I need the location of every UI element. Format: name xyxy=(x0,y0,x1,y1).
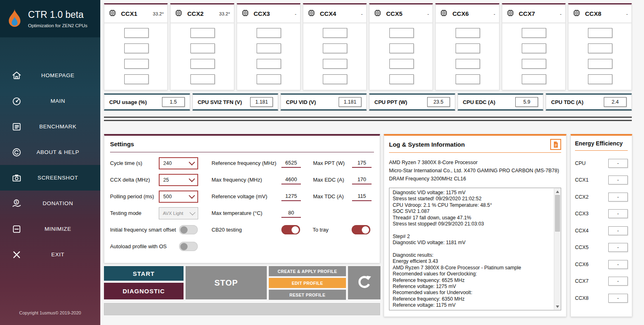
diagnostic-button[interactable]: DIAGNOSTIC xyxy=(104,283,184,299)
core-value-box[interactable] xyxy=(124,59,149,69)
ccx-header: CCX1 33.2° xyxy=(104,4,167,23)
create-apply-profile-button[interactable]: CREATE & APPLY PROFILE xyxy=(269,266,346,276)
ccx-header: CCX4 - xyxy=(303,4,366,23)
gauge-icon xyxy=(11,96,22,106)
start-button[interactable]: START xyxy=(104,266,184,281)
energy-row: CCX4 - xyxy=(575,222,628,239)
ccx-core-row xyxy=(373,25,429,40)
to-tray-toggle[interactable] xyxy=(352,225,370,234)
core-value-box[interactable] xyxy=(124,28,149,38)
core-value-box[interactable] xyxy=(257,43,281,53)
max-frequency-input[interactable] xyxy=(281,176,301,184)
sidebar-item-exit[interactable]: EXIT xyxy=(0,242,100,267)
stat-value-box: 5.9 xyxy=(515,97,538,107)
core-value-box[interactable] xyxy=(456,43,480,53)
core-value-box[interactable] xyxy=(522,43,546,53)
stop-button[interactable]: STOP xyxy=(186,266,267,299)
reference-frequency-input[interactable] xyxy=(281,159,301,168)
stat-panel: CPU SVI2 TFN (V) 1.181 xyxy=(192,93,279,110)
stat-label: CPU VID (V) xyxy=(286,99,316,105)
energy-row: CCX1 - xyxy=(575,172,628,189)
core-value-box[interactable] xyxy=(389,74,414,84)
cycle-time-dropdown[interactable]: 240 xyxy=(159,157,198,169)
core-value-box[interactable] xyxy=(389,28,414,38)
ccx-name: CCX7 xyxy=(519,10,535,17)
export-log-button[interactable] xyxy=(550,139,561,150)
ccx-core-row xyxy=(439,25,495,40)
max-tdc-input[interactable] xyxy=(352,192,372,201)
ccx-core-row xyxy=(108,25,164,40)
ccx-header: CCX3 - xyxy=(237,4,300,23)
edit-profile-button[interactable]: EDIT PROFILE xyxy=(269,278,346,288)
cb20-testing-toggle[interactable] xyxy=(281,225,300,234)
core-value-box[interactable] xyxy=(190,74,215,84)
sidebar-item-homepage[interactable]: HOMEPAGE xyxy=(0,63,100,88)
ccx-delta-label: CCX delta (MHz) xyxy=(110,177,159,183)
core-value-box[interactable] xyxy=(323,28,347,38)
log-line xyxy=(393,246,552,252)
core-value-box[interactable] xyxy=(588,74,612,84)
log-scrollbar[interactable] xyxy=(554,188,560,310)
testing-mode-dropdown[interactable]: AVX Light xyxy=(159,207,198,219)
polling-period-dropdown[interactable]: 500 xyxy=(159,191,198,203)
smart-offset-toggle[interactable] xyxy=(179,225,198,234)
core-value-box[interactable] xyxy=(257,28,281,38)
max-edc-input[interactable] xyxy=(352,176,372,184)
log-lines: Diagnostic VID voltage: 1175 mVStress te… xyxy=(393,190,552,309)
core-value-box[interactable] xyxy=(588,59,612,69)
core-value-box[interactable] xyxy=(323,59,347,69)
core-value-box[interactable] xyxy=(190,59,215,69)
core-value-box[interactable] xyxy=(588,43,612,53)
core-value-box[interactable] xyxy=(323,74,347,84)
ccx-panel: CCX4 - xyxy=(303,3,367,90)
core-value-box[interactable] xyxy=(456,28,480,38)
sidebar-item-about[interactable]: ABOUT & HELP xyxy=(0,139,100,165)
log-output[interactable]: Diagnostic VID voltage: 1175 mVStress te… xyxy=(389,188,561,310)
ccx-core-row xyxy=(572,25,628,40)
core-value-box[interactable] xyxy=(522,59,546,69)
reference-voltage-input[interactable] xyxy=(281,192,301,201)
core-value-box[interactable] xyxy=(456,59,480,69)
core-value-box[interactable] xyxy=(323,43,347,53)
energy-row-label: CCX7 xyxy=(575,278,588,284)
core-value-box[interactable] xyxy=(124,74,149,84)
app-subtitle: Optimization for ZEN2 CPUs xyxy=(28,23,87,28)
stat-value-box: 1.5 xyxy=(162,97,185,107)
ccx-delta-dropdown[interactable]: 25 xyxy=(159,174,198,186)
core-value-box[interactable] xyxy=(389,59,414,69)
scroll-down-arrow[interactable] xyxy=(554,303,560,310)
scroll-up-arrow[interactable] xyxy=(554,188,560,195)
ccx-panels: CCX1 33.2° xyxy=(104,3,632,90)
ccx-panel: CCX6 - xyxy=(435,3,499,90)
log-line xyxy=(393,227,552,233)
core-value-box[interactable] xyxy=(588,28,612,38)
core-value-box[interactable] xyxy=(257,59,281,69)
core-value-box[interactable] xyxy=(124,43,149,53)
reset-profile-button[interactable]: RESET PROFILE xyxy=(269,290,346,300)
ccx-temperature: - xyxy=(560,11,562,16)
ccx-name: CCX6 xyxy=(452,10,469,17)
core-value-box[interactable] xyxy=(522,28,546,38)
refresh-button[interactable] xyxy=(348,266,380,299)
sidebar-item-screenshot[interactable]: SCREENSHOT xyxy=(0,165,100,191)
core-value-box[interactable] xyxy=(257,74,281,84)
to-tray-label: To tray xyxy=(313,227,352,233)
sidebar-item-donation[interactable]: $ DONATION xyxy=(0,191,100,216)
core-value-box[interactable] xyxy=(456,74,480,84)
ccx-core-row xyxy=(572,56,628,72)
sidebar-item-minimize[interactable]: MINIMIZE xyxy=(0,216,100,242)
core-value-box[interactable] xyxy=(389,43,414,53)
scroll-thumb[interactable] xyxy=(555,195,560,232)
camera-icon xyxy=(11,173,22,183)
core-value-box[interactable] xyxy=(190,43,215,53)
reference-voltage-label: Reference voltage (mV) xyxy=(212,193,281,199)
sidebar-item-main[interactable]: MAIN xyxy=(0,88,100,114)
core-value-box[interactable] xyxy=(522,74,546,84)
log-line: Reference frequency: 6350 MHz xyxy=(393,296,552,302)
autoload-toggle[interactable] xyxy=(179,242,198,251)
sidebar-item-benchmark[interactable]: BENCHMARK xyxy=(0,114,100,139)
max-temperature-input[interactable] xyxy=(281,209,301,218)
ccx-core-row xyxy=(307,72,363,87)
max-ppt-input[interactable] xyxy=(352,159,372,168)
core-value-box[interactable] xyxy=(190,28,215,38)
